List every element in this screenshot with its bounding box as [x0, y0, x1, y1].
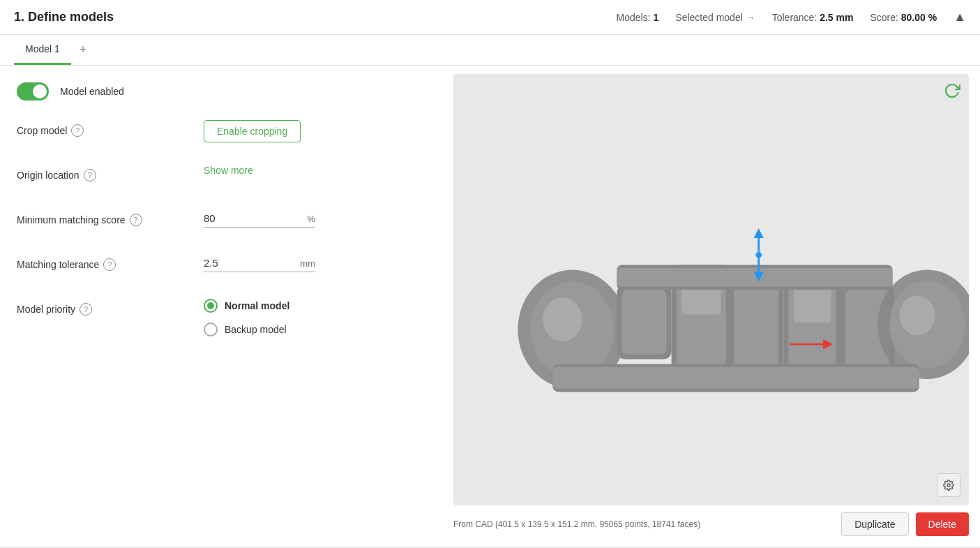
normal-model-radio-circle — [204, 299, 218, 313]
viewer-bottom-bar: From CAD (401.5 x 139.5 x 151.2 mm, 9506… — [453, 505, 969, 539]
matching-tolerance-unit: mm — [300, 258, 315, 269]
backup-model-radio[interactable]: Backup model — [204, 323, 289, 336]
left-panel: Model enabled Crop model ? Enable croppi… — [0, 66, 453, 547]
matching-tolerance-help-icon[interactable]: ? — [103, 258, 116, 271]
crop-model-label: Crop model — [17, 125, 67, 136]
backup-model-radio-circle — [204, 323, 218, 336]
svg-rect-5 — [622, 290, 667, 354]
show-more-link[interactable]: Show more — [204, 165, 253, 176]
model-info: From CAD (401.5 x 139.5 x 151.2 mm, 9506… — [453, 519, 700, 529]
min-score-help-icon[interactable]: ? — [130, 214, 142, 226]
matching-tolerance-row: Matching tolerance ? mm — [17, 254, 437, 279]
page-title: 1. Define models — [14, 10, 114, 24]
crop-model-help-icon[interactable]: ? — [71, 124, 84, 137]
origin-location-row: Origin location ? Show more — [17, 165, 437, 190]
model-priority-help-icon[interactable]: ? — [80, 303, 92, 316]
model-enabled-row: Model enabled — [17, 82, 437, 101]
score-meta: Score: 80.00 % — [870, 12, 937, 23]
delete-button[interactable]: Delete — [916, 512, 969, 536]
tab-model-1[interactable]: Model 1 — [14, 35, 71, 65]
enable-cropping-button[interactable]: Enable cropping — [204, 120, 301, 142]
model-priority-radio-group: Normal model Backup model — [204, 299, 289, 336]
svg-point-18 — [900, 296, 935, 336]
normal-model-radio[interactable]: Normal model — [204, 299, 289, 313]
normal-model-radio-inner — [207, 302, 214, 309]
svg-rect-22 — [617, 268, 892, 287]
model-enabled-toggle[interactable] — [17, 82, 49, 101]
3d-viewer — [453, 74, 969, 505]
backup-model-radio-label: Backup model — [225, 324, 287, 335]
normal-model-radio-label: Normal model — [225, 300, 289, 311]
svg-rect-10 — [734, 285, 778, 369]
min-score-row: Minimum matching score ? % — [17, 209, 437, 235]
matching-tolerance-input-group: mm — [204, 254, 315, 272]
matching-tolerance-label: Matching tolerance — [17, 259, 99, 270]
origin-location-label: Origin location — [17, 170, 80, 181]
svg-rect-20 — [552, 367, 919, 389]
svg-point-29 — [947, 484, 950, 487]
models-count: Models: 1 — [617, 12, 659, 23]
matching-tolerance-input[interactable] — [204, 254, 315, 272]
svg-point-3 — [543, 297, 582, 341]
duplicate-button[interactable]: Duplicate — [841, 512, 908, 536]
add-tab-button[interactable]: + — [71, 37, 96, 63]
right-panel: From CAD (401.5 x 139.5 x 151.2 mm, 9506… — [453, 66, 980, 547]
collapse-button[interactable]: ▲ — [953, 10, 966, 24]
model-enabled-label: Model enabled — [60, 86, 124, 97]
selected-model-meta: Selected model → — [675, 12, 755, 23]
svg-point-26 — [755, 252, 762, 258]
model-priority-label: Model priority — [17, 304, 75, 315]
svg-rect-13 — [793, 285, 831, 323]
model-priority-row: Model priority ? Normal model Ba — [17, 299, 437, 336]
min-score-unit: % — [307, 214, 315, 224]
min-score-input[interactable] — [204, 209, 315, 228]
3d-model-svg — [453, 74, 969, 505]
min-score-input-group: % — [204, 209, 315, 228]
tolerance-meta: Tolerance: 2.5 mm — [772, 12, 854, 23]
tab-bar: Model 1 + — [0, 35, 980, 66]
origin-location-help-icon[interactable]: ? — [84, 169, 96, 182]
action-buttons: Duplicate Delete — [841, 512, 969, 536]
viewer-settings-button[interactable] — [937, 473, 960, 497]
min-score-label: Minimum matching score — [17, 214, 126, 225]
refresh-button[interactable] — [944, 82, 960, 103]
crop-model-row: Crop model ? Enable cropping — [17, 120, 437, 145]
header-meta: Models: 1 Selected model → Tolerance: 2.… — [617, 10, 966, 24]
